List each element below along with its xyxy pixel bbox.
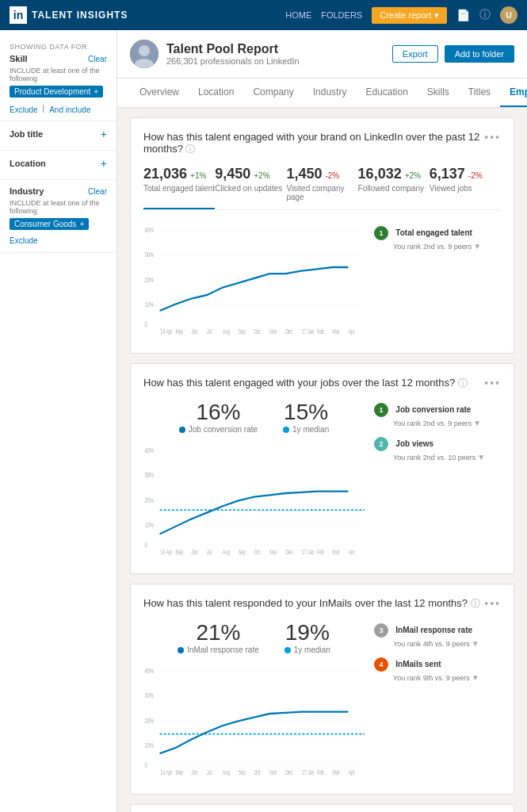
help-icon[interactable]: ⓘ [479, 8, 491, 22]
brand-engagement-card: How has this talent engaged with your br… [130, 117, 514, 354]
nav-right: HOME FOLDERS Create report ▾ 📄 ⓘ U [285, 6, 517, 24]
stat-followed-value: 16,032 [358, 166, 402, 182]
stat-followed[interactable]: 16,032+2% Followed company [358, 166, 430, 209]
stat-visited-label: Visited company page [286, 184, 357, 201]
svg-text:May: May [175, 549, 183, 557]
tab-education[interactable]: Education [356, 79, 417, 107]
svg-text:Aug: Aug [223, 328, 230, 336]
svg-text:'17 Jan: '17 Jan [301, 769, 315, 776]
stat-clicked-value: 9,450 [215, 166, 250, 182]
stat-clicked-label: Clicked on updates [215, 184, 286, 193]
inmail-response-stat: 21% InMail response rate [178, 620, 259, 654]
svg-text:Sep: Sep [239, 549, 246, 557]
stat-visited-change: -2% [325, 171, 339, 180]
report-avatar [130, 40, 158, 68]
card1-chart-area: 40% 30% 20% 10% 0 [143, 223, 501, 340]
card3-info-icon[interactable]: ⓘ [471, 598, 480, 609]
card1-header: How has this talent engaged with your br… [143, 131, 501, 156]
ranking-label-inmail-sent: InMails sent [395, 660, 441, 668]
skill-desc: INCLUDE at least one of the following [10, 67, 107, 82]
brand-engagement-svg: 40% 30% 20% 10% 0 [143, 223, 365, 334]
svg-text:Oct: Oct [254, 549, 261, 555]
tab-employer-brand[interactable]: Employer brand [500, 79, 527, 107]
card3-header: How has this talent responded to your In… [143, 597, 501, 611]
svg-text:Jul: Jul [207, 328, 212, 335]
export-button[interactable]: Export [392, 45, 438, 63]
location-section: Location + [0, 157, 116, 180]
app-layout: SHOWING DATA FOR Skill Clear INCLUDE at … [0, 30, 527, 812]
card3-chart-area: 21% InMail response rate 19% 1y median 4… [143, 620, 501, 781]
ranking-sub-inmail-sent: You rank 9th vs. 9 peers ▼ [374, 673, 501, 682]
location-add[interactable]: + [101, 157, 107, 170]
job-engagement-svg: 40% 30% 20% 10% 0 [143, 443, 365, 554]
svg-text:Dec: Dec [285, 328, 293, 335]
skill-tag[interactable]: Product Development + [10, 86, 103, 98]
card1-chart: 40% 30% 20% 10% 0 [143, 223, 365, 340]
nav-left: in TALENT INSIGHTS [10, 6, 128, 24]
svg-text:Jun: Jun [191, 328, 197, 335]
tab-location[interactable]: Location [189, 79, 243, 107]
add-to-folder-button[interactable]: Add to folder [445, 45, 514, 63]
stat-jobs-value: 6,137 [430, 166, 465, 182]
card2-menu[interactable]: ••• [484, 377, 501, 389]
card1-menu[interactable]: ••• [484, 131, 501, 144]
skill-clear[interactable]: Clear [88, 55, 107, 63]
card2-info-icon[interactable]: ⓘ [458, 377, 468, 389]
report-actions: Export Add to folder [392, 45, 514, 63]
create-report-button[interactable]: Create report ▾ [372, 7, 447, 24]
avatar[interactable]: U [500, 6, 517, 24]
tab-industry[interactable]: Industry [304, 79, 357, 107]
ranking-sub-job-conv: You rank 2nd vs. 9 peers ▼ [374, 419, 501, 427]
job-engagement-chart: 40% 30% 20% 10% 0 [143, 443, 365, 554]
job-title-add[interactable]: + [101, 128, 107, 140]
job-median-label: 1y median [283, 425, 329, 434]
svg-text:20%: 20% [144, 716, 154, 725]
skill-exclude[interactable]: Exclude [10, 105, 38, 114]
folders-link[interactable]: FOLDERS [321, 10, 362, 20]
tab-titles[interactable]: Titles [459, 79, 500, 107]
job-engagement-card: How has this talent engaged with your jo… [130, 363, 514, 574]
tab-company[interactable]: Company [243, 79, 303, 107]
ranking-badge-job-conv: 1 [374, 403, 388, 417]
svg-text:May: May [175, 769, 183, 777]
skill-and-include[interactable]: And include [49, 105, 90, 114]
stat-jobs-label: Viewed jobs [430, 184, 501, 193]
stat-visited[interactable]: 1,450-2% Visited company page [286, 166, 357, 209]
job-conversion-label: Job conversion rate [179, 425, 258, 434]
job-title-section: Job title + [0, 128, 116, 151]
card1-info-icon[interactable]: ⓘ [185, 144, 195, 155]
industry-section: Industry Clear INCLUDE at least one of t… [0, 186, 116, 253]
svg-text:10%: 10% [144, 741, 154, 750]
svg-text:Oct: Oct [254, 769, 261, 776]
svg-text:Jun: Jun [191, 549, 197, 555]
location-label: Location [10, 159, 46, 168]
card3-menu[interactable]: ••• [484, 597, 501, 610]
stat-total-engaged[interactable]: 21,036+1% Total engaged talent [143, 166, 215, 209]
svg-text:Mar: Mar [333, 769, 340, 776]
card2-chart-area: 16% Job conversion rate 15% 1y median 40… [143, 400, 501, 561]
svg-text:Mar: Mar [333, 549, 340, 555]
brand-engagement-chart: 40% 30% 20% 10% 0 [143, 223, 365, 334]
svg-text:Apr: Apr [348, 549, 355, 557]
card3-chart: 21% InMail response rate 19% 1y median 4… [143, 620, 365, 781]
stat-followed-label: Followed company [358, 184, 430, 193]
industry-clear[interactable]: Clear [88, 187, 107, 196]
svg-text:30%: 30% [144, 251, 154, 259]
job-conversion-value: 16% [179, 400, 258, 425]
svg-text:20%: 20% [144, 275, 154, 284]
industry-exclude[interactable]: Exclude [10, 236, 38, 245]
ranking-sub-1: You rank 2nd vs. 9 peers ▼ [374, 242, 501, 251]
tab-skills[interactable]: Skills [418, 79, 459, 107]
svg-text:Feb: Feb [317, 549, 324, 555]
svg-text:0: 0 [144, 760, 147, 769]
stat-clicked[interactable]: 9,450+2% Clicked on updates [215, 166, 286, 209]
industry-tag[interactable]: Consumer Goods + [10, 218, 89, 230]
tab-overview[interactable]: Overview [130, 79, 189, 107]
svg-text:Sep: Sep [239, 328, 246, 336]
home-link[interactable]: HOME [285, 10, 311, 20]
stat-viewed-jobs[interactable]: 6,137-2% Viewed jobs [430, 166, 501, 209]
sidebar: SHOWING DATA FOR Skill Clear INCLUDE at … [0, 30, 117, 812]
notification-icon[interactable]: 📄 [456, 9, 470, 21]
stat-followed-change: +2% [405, 171, 421, 180]
industry-label: Industry [10, 186, 44, 196]
